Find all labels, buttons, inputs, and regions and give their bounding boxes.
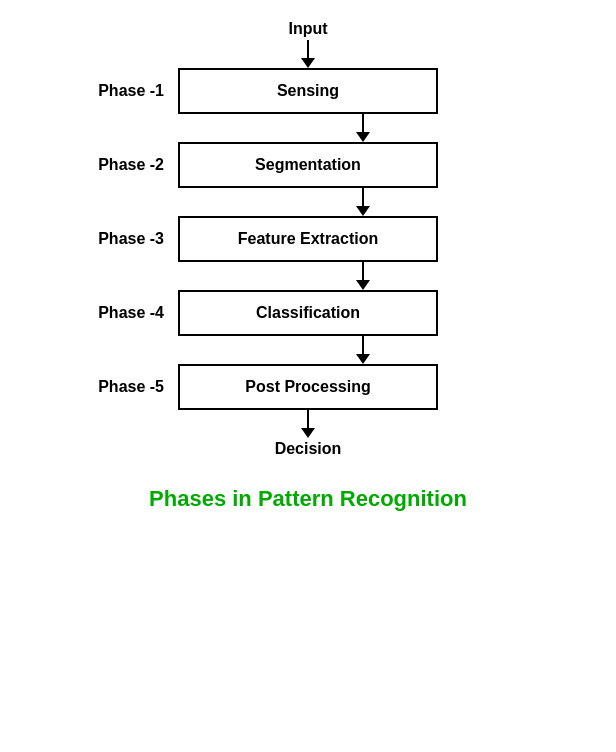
phase-label-4: Phase -4 (68, 304, 178, 322)
arrow-line-between-4 (362, 336, 364, 354)
arrow-between-3-4 (178, 262, 548, 290)
phase-label-3: Phase -3 (68, 230, 178, 248)
arrow-line-between-1 (362, 114, 364, 132)
phase-row-5: Phase -5Post Processing (68, 364, 548, 410)
phase-row-2: Phase -2Segmentation (68, 142, 548, 188)
arrow-between-1-2 (178, 114, 548, 142)
phase-box-2: Segmentation (178, 142, 438, 188)
arrow-line-between-3 (362, 262, 364, 280)
phase-row-3: Phase -3Feature Extraction (68, 216, 548, 262)
arrow-head-between-3 (356, 280, 370, 290)
page-title: Phases in Pattern Recognition (149, 486, 467, 512)
arrow-head-input (301, 58, 315, 68)
arrow-head-between-1 (356, 132, 370, 142)
phase-box-5: Post Processing (178, 364, 438, 410)
phase-label-1: Phase -1 (68, 82, 178, 100)
arrow-head-between-4 (356, 354, 370, 364)
arrow-output (301, 410, 315, 438)
phase-label-2: Phase -2 (68, 156, 178, 174)
arrow-line-input (307, 40, 309, 58)
page-container: Input Phase -1SensingPhase -2Segmentatio… (0, 0, 616, 752)
arrow-between-4-5 (178, 336, 548, 364)
phase-row-1: Phase -1Sensing (68, 68, 548, 114)
phase-box-3: Feature Extraction (178, 216, 438, 262)
phase-row-4: Phase -4Classification (68, 290, 548, 336)
input-label: Input (288, 20, 327, 38)
phase-box-4: Classification (178, 290, 438, 336)
arrow-head-output (301, 428, 315, 438)
arrow-line-between-2 (362, 188, 364, 206)
phase-box-1: Sensing (178, 68, 438, 114)
diagram-container: Input Phase -1SensingPhase -2Segmentatio… (0, 20, 616, 458)
arrow-line-output (307, 410, 309, 428)
arrow-input (301, 40, 315, 68)
arrow-head-between-2 (356, 206, 370, 216)
phases-wrapper: Phase -1SensingPhase -2SegmentationPhase… (68, 68, 548, 410)
decision-label: Decision (275, 440, 342, 458)
phase-label-5: Phase -5 (68, 378, 178, 396)
arrow-between-2-3 (178, 188, 548, 216)
